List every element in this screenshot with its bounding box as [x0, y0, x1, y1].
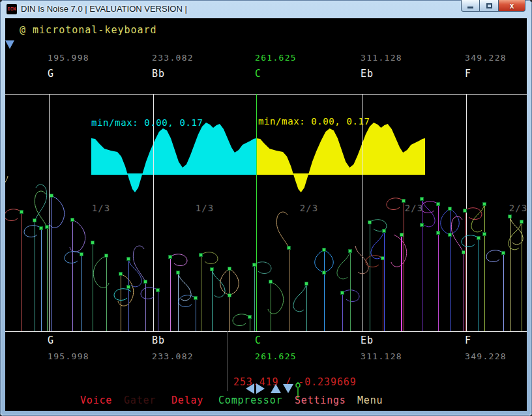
note-frequency-top: 233.082 — [152, 53, 194, 63]
menu-item-settings[interactable]: Settings — [295, 394, 346, 406]
note-frequency-top: 349.228 — [465, 53, 507, 63]
drone[interactable] — [509, 215, 524, 332]
waveform-baseline-left — [91, 173, 256, 175]
note-frequency-bottom: 349.228 — [465, 351, 507, 361]
note-name-top: F — [465, 68, 471, 80]
nav-arrows — [246, 383, 293, 394]
menu-item-gater[interactable]: Gater — [124, 394, 156, 406]
interval-fraction-label: 2/3 — [289, 203, 329, 213]
drone[interactable] — [371, 230, 386, 332]
waveform-right — [256, 123, 425, 192]
maximize-icon — [486, 3, 492, 8]
client-area: @ microtonal-keyboard 195.998GG195.99823… — [5, 18, 527, 411]
drone[interactable] — [24, 226, 43, 331]
drone[interactable] — [49, 194, 65, 332]
note-name-top: Eb — [361, 68, 374, 80]
waveform-left — [91, 123, 256, 192]
note-frequency-top: 311.128 — [361, 53, 402, 63]
drone[interactable] — [509, 220, 524, 332]
menu-item-compressor[interactable]: Compressor — [218, 394, 282, 406]
note-name-bottom: F — [465, 334, 471, 346]
minimize-icon — [467, 7, 473, 8]
waveform-minmax-right: min/max: 0.00, 0.17 — [258, 116, 370, 126]
drone[interactable] — [421, 201, 440, 331]
drone[interactable] — [253, 262, 272, 331]
drone[interactable] — [233, 314, 252, 331]
interval-fraction-label: 2/3 — [394, 203, 434, 213]
maximize-button[interactable] — [480, 0, 498, 12]
window-controls: x — [461, 0, 525, 12]
note-frequency-bottom: 233.082 — [152, 351, 194, 361]
drone[interactable] — [91, 241, 95, 332]
drone[interactable] — [315, 248, 334, 332]
scroll-left-arrow-icon[interactable] — [246, 383, 254, 394]
drone[interactable] — [400, 233, 404, 332]
drone[interactable] — [276, 212, 290, 331]
drone[interactable] — [141, 288, 160, 331]
drone[interactable] — [93, 254, 109, 332]
drone[interactable] — [268, 280, 284, 332]
close-icon: x — [510, 1, 514, 10]
drone[interactable] — [293, 282, 308, 332]
app-window: DIN DIN Is Noise 7.0 | EVALUATION VERSIO… — [0, 0, 532, 416]
interval-fraction-label: 1/3 — [81, 203, 121, 213]
drone[interactable] — [35, 191, 48, 331]
drone[interactable] — [462, 235, 480, 331]
note-frequency-top: 195.998 — [48, 53, 89, 63]
scroll-down-arrow-icon[interactable] — [283, 384, 293, 393]
drone[interactable] — [220, 267, 239, 332]
interval-fraction-label: 1/3 — [185, 203, 224, 213]
drone[interactable] — [451, 216, 465, 331]
drone[interactable] — [118, 273, 134, 332]
titlebar[interactable]: DIN DIN Is Noise 7.0 | EVALUATION VERSIO… — [0, 0, 532, 18]
note-name-top: G — [48, 68, 54, 80]
menu-item-voice[interactable]: Voice — [80, 394, 112, 406]
waveform-baseline-right — [256, 173, 425, 175]
note-name-top: Bb — [152, 68, 165, 80]
drone[interactable] — [441, 207, 460, 332]
drone[interactable] — [5, 176, 8, 204]
drone[interactable] — [211, 268, 226, 332]
interval-fraction-label: 2/3 — [499, 203, 527, 213]
menu-item-menu[interactable]: Menu — [357, 394, 383, 406]
note-name-bottom: Eb — [361, 334, 374, 346]
app-icon: DIN — [7, 4, 17, 14]
scroll-up-arrow-icon[interactable] — [271, 384, 281, 393]
drone[interactable] — [33, 185, 47, 331]
drone[interactable] — [5, 209, 23, 331]
note-frequency-bottom: 261.625 — [255, 351, 297, 361]
drone[interactable] — [179, 295, 198, 331]
note-name-bottom: C — [255, 334, 261, 346]
close-button[interactable]: x — [498, 0, 525, 12]
drone[interactable] — [421, 198, 436, 332]
drone[interactable] — [70, 218, 85, 332]
note-name-top: C — [255, 68, 261, 80]
waveform-minmax-left: min/max: 0.00, 0.17 — [91, 117, 203, 128]
note-name-bottom: Bb — [152, 334, 165, 346]
drone[interactable] — [486, 250, 505, 331]
note-frequency-top: 261.625 — [255, 53, 297, 63]
window-title: DIN Is Noise 7.0 | EVALUATION VERSION | — [21, 4, 187, 14]
interval-fraction-label: 1/3 — [5, 203, 16, 213]
drone[interactable] — [391, 235, 407, 267]
note-frequency-bottom: 195.998 — [48, 351, 89, 361]
note-name-bottom: G — [48, 334, 54, 346]
note-frequency-bottom: 311.128 — [361, 351, 402, 361]
drone[interactable] — [200, 252, 218, 331]
drone[interactable] — [387, 198, 406, 331]
drone[interactable] — [127, 258, 142, 332]
drone[interactable] — [65, 252, 83, 331]
minimize-button[interactable] — [461, 0, 480, 12]
scroll-right-arrow-icon[interactable] — [256, 383, 265, 394]
drone[interactable] — [337, 250, 352, 332]
menu-item-delay[interactable]: Delay — [171, 394, 203, 406]
